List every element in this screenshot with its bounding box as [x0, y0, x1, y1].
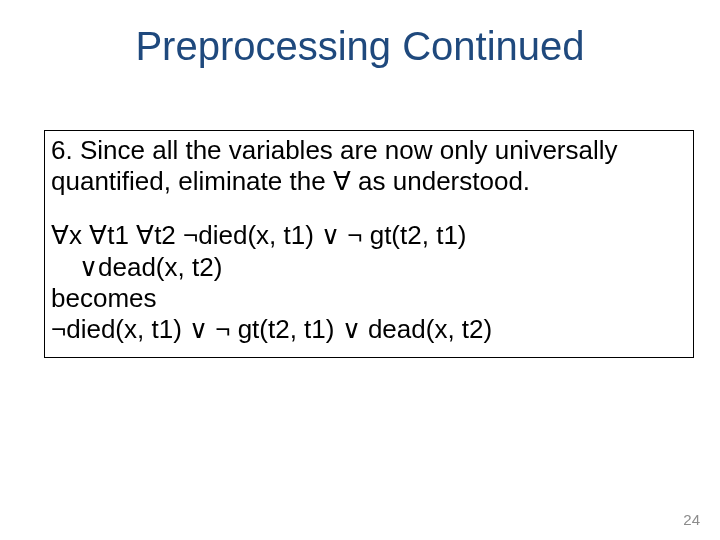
slide-title: Preprocessing Continued — [0, 24, 720, 69]
formula-line-3: ¬died(x, t1) ∨ ¬ gt(t2, t1) ∨ dead(x, t2… — [51, 314, 687, 345]
formula-line-1: ∀x ∀t1 ∀t2 ¬died(x, t1) ∨ ¬ gt(t2, t1) — [51, 220, 687, 251]
formula-block: ∀x ∀t1 ∀t2 ¬died(x, t1) ∨ ¬ gt(t2, t1) ∨… — [51, 220, 687, 345]
step-6: 6. Since all the variables are now only … — [51, 135, 687, 196]
forall-icon: ∀ — [333, 166, 351, 196]
formula-line-2: ∨dead(x, t2) — [51, 252, 687, 283]
step-text-after: as understood. — [351, 166, 530, 196]
becomes-label: becomes — [51, 283, 687, 314]
page-number: 24 — [683, 511, 700, 528]
slide: Preprocessing Continued 6. Since all the… — [0, 0, 720, 540]
step-number: 6. — [51, 135, 73, 165]
content-box: 6. Since all the variables are now only … — [44, 130, 694, 358]
